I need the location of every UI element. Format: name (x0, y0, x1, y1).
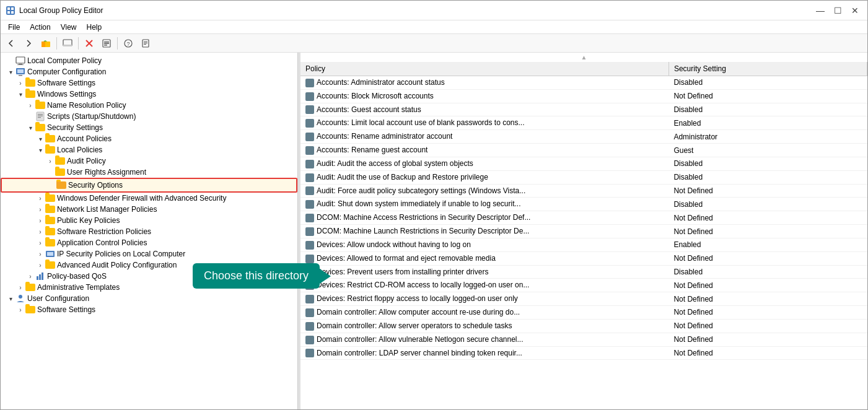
properties-button[interactable] (99, 36, 115, 51)
expand-user-software[interactable]: › (15, 307, 25, 313)
menu-file[interactable]: File (3, 22, 25, 33)
svg-rect-14 (104, 45, 107, 46)
tree-item-software-settings[interactable]: › Software Settings (1, 77, 297, 89)
tree-item-computer-config[interactable]: ▾ Computer Configuration (1, 66, 297, 77)
tree-item-software-restriction[interactable]: › Software Restriction Policies (1, 226, 297, 237)
expand-policy-qos[interactable]: › (25, 273, 35, 280)
menu-view[interactable]: View (56, 22, 82, 33)
table-row[interactable]: Domain controller: LDAP server channel b… (300, 346, 867, 360)
table-row[interactable]: Devices: Prevent users from installing p… (300, 265, 867, 279)
tree-item-user-rights[interactable]: User Rights Assignment (1, 167, 297, 178)
svg-rect-21 (16, 57, 25, 63)
table-row[interactable]: Audit: Audit the use of Backup and Resto… (300, 170, 867, 184)
expand-name-resolution[interactable]: › (25, 102, 35, 109)
table-row[interactable]: Devices: Allowed to format and eject rem… (300, 251, 867, 265)
table-row[interactable]: Devices: Restrict CD-ROM access to local… (300, 279, 867, 292)
table-row[interactable]: Accounts: Administrator account statusDi… (300, 76, 867, 90)
table-row[interactable]: Audit: Audit the access of global system… (300, 157, 867, 170)
policy-setting: Disabled (669, 76, 867, 90)
col-policy[interactable]: Policy (300, 62, 669, 76)
svg-rect-26 (19, 75, 22, 76)
menu-help[interactable]: Help (82, 22, 107, 33)
expand-app-control[interactable]: › (35, 240, 45, 246)
policy-name: Devices: Restrict floppy access to local… (300, 292, 669, 306)
svg-rect-4 (11, 11, 14, 14)
table-row[interactable]: Audit: Force audit policy subcategory se… (300, 184, 867, 198)
tree-item-audit-policy[interactable]: › Audit Policy (1, 155, 297, 167)
table-row[interactable]: DCOM: Machine Access Restrictions in Sec… (300, 211, 867, 225)
content-area: Local Computer Policy ▾ Computer Configu… (1, 53, 867, 409)
policy-setting: Enabled (669, 238, 867, 251)
tree-item-ip-security[interactable]: › IP Security Policies on Local Computer (1, 248, 297, 260)
window-title: Local Group Policy Editor (19, 6, 103, 15)
expand-admin-templates[interactable]: › (15, 284, 25, 291)
expand-windows-firewall[interactable]: › (35, 195, 45, 202)
tree-item-scripts[interactable]: Scripts (Startup/Shutdown) (1, 111, 297, 122)
policy-name: Domain controller: Allow server operator… (300, 319, 669, 333)
tree-item-account-policies[interactable]: ▾ Account Policies (1, 133, 297, 144)
expand-public-key[interactable]: › (35, 217, 45, 224)
table-row[interactable]: Domain controller: Allow computer accoun… (300, 306, 867, 320)
tree-label-network-list: Network List Manager Policies (57, 205, 157, 214)
maximize-button[interactable]: ☐ (830, 4, 845, 17)
show-hide-button[interactable] (59, 36, 76, 51)
table-row[interactable]: DCOM: Machine Launch Restrictions in Sec… (300, 225, 867, 238)
export-button[interactable] (138, 36, 154, 51)
table-row[interactable]: Devices: Allow undock without having to … (300, 238, 867, 251)
folder-software-restriction-icon (45, 227, 55, 237)
tree-item-user-software[interactable]: › Software Settings (1, 304, 297, 315)
delete-button[interactable] (81, 36, 97, 51)
table-row[interactable]: Accounts: Rename administrator accountAd… (300, 130, 867, 144)
expand-user-config[interactable]: ▾ (6, 295, 15, 302)
close-button[interactable]: ✕ (848, 4, 862, 17)
expand-network-list[interactable]: › (35, 206, 45, 213)
expand-windows-settings[interactable]: ▾ (15, 91, 25, 98)
tree-item-name-resolution[interactable]: › Name Resolution Policy (1, 100, 297, 111)
menu-action[interactable]: Action (25, 22, 55, 33)
table-row[interactable]: Audit: Shut down system immediately if u… (300, 198, 867, 211)
expand-advanced-audit[interactable]: › (35, 262, 45, 269)
tree-item-security-options[interactable]: Security Options (1, 178, 297, 193)
svg-point-36 (19, 295, 22, 299)
expand-security-settings[interactable]: ▾ (25, 124, 35, 131)
policy-name: Devices: Allow undock without having to … (300, 238, 669, 251)
tree-item-user-config[interactable]: ▾ User Configuration (1, 293, 297, 304)
tree-item-app-control[interactable]: › Application Control Policies (1, 237, 297, 248)
expand-local-policies[interactable]: ▾ (35, 147, 45, 154)
expand-account-policies[interactable]: ▾ (35, 136, 45, 142)
help-button[interactable]: ? (120, 36, 136, 51)
forward-button[interactable] (20, 36, 37, 51)
expand-ip-security[interactable]: › (35, 251, 45, 258)
table-row[interactable]: Accounts: Guest account statusDisabled (300, 103, 867, 116)
policy-name: Audit: Shut down system immediately if u… (300, 198, 669, 211)
tree-item-security-settings[interactable]: ▾ Security Settings (1, 122, 297, 133)
tree-item-root[interactable]: Local Computer Policy (1, 55, 297, 66)
table-row[interactable]: Accounts: Rename guest accountGuest (300, 144, 867, 157)
minimize-button[interactable]: — (813, 4, 828, 17)
policy-name: Devices: Restrict CD-ROM access to local… (300, 279, 669, 292)
tree-item-public-key[interactable]: › Public Key Policies (1, 215, 297, 226)
tree-item-windows-settings[interactable]: ▾ Windows Settings (1, 89, 297, 100)
table-row[interactable]: Domain controller: Allow vulnerable Netl… (300, 333, 867, 346)
up-button[interactable] (38, 36, 54, 51)
back-button[interactable] (3, 36, 19, 51)
table-row[interactable]: Domain controller: Allow server operator… (300, 319, 867, 333)
table-row[interactable]: Devices: Restrict floppy access to local… (300, 292, 867, 306)
col-security-setting[interactable]: Security Setting (669, 62, 867, 76)
expand-software-restriction[interactable]: › (35, 229, 45, 235)
table-row[interactable]: Accounts: Limit local account use of bla… (300, 116, 867, 130)
tree-item-network-list[interactable]: › Network List Manager Policies (1, 204, 297, 215)
expand-software-settings[interactable]: › (15, 80, 25, 87)
left-panel: Local Computer Policy ▾ Computer Configu… (1, 53, 298, 409)
policy-name: Accounts: Block Microsoft accounts (300, 89, 669, 103)
policy-setting: Not Defined (669, 306, 867, 320)
folder-windows-firewall-icon (45, 193, 55, 203)
tree-item-local-policies[interactable]: ▾ Local Policies (1, 144, 297, 155)
policy-name: Accounts: Rename administrator account (300, 130, 669, 144)
menu-bar: File Action View Help (1, 20, 867, 34)
scripts-icon (35, 111, 45, 121)
tree-item-windows-firewall[interactable]: › Windows Defender Firewall with Advance… (1, 193, 297, 204)
expand-computer-config[interactable]: ▾ (6, 69, 15, 76)
expand-audit-policy[interactable]: › (45, 158, 55, 165)
table-row[interactable]: Accounts: Block Microsoft accountsNot De… (300, 89, 867, 103)
